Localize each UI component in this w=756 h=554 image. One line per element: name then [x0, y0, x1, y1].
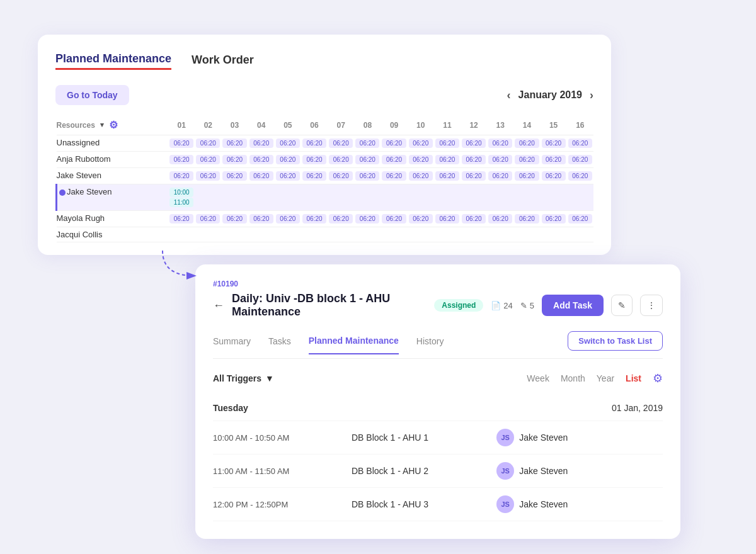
view-row: All Triggers ▼ Week Month Year List ⚙	[213, 371, 663, 385]
date-col-10: 10	[408, 115, 434, 135]
calendar-filter-icon[interactable]: ⚙	[109, 119, 118, 131]
resources-chevron-icon[interactable]: ▾	[100, 121, 104, 129]
assignee-cell-1: JS Jake Steven	[496, 429, 663, 446]
edit-count-icon: ✎	[520, 301, 527, 310]
tab-history[interactable]: History	[416, 336, 444, 354]
detail-card: #10190 ← Daily: Univ -DB block 1 - AHU M…	[195, 264, 680, 539]
resource-name: Jacqui Collis	[57, 227, 169, 242]
date-value: 01 Jan, 2019	[496, 395, 663, 421]
add-task-button[interactable]: Add Task	[542, 295, 604, 316]
date-col-16: 16	[567, 115, 593, 135]
table-row: Unassigned 06:20 06:20 06:20 06:20 06:20…	[57, 135, 594, 152]
task-name-2: DB Block 1 - AHU 2	[352, 455, 496, 488]
resource-name: Mayola Rugh	[57, 211, 169, 227]
detail-tabs: Summary Tasks Planned Maintenance Histor…	[213, 331, 663, 359]
date-col-03: 03	[221, 115, 248, 135]
main-card: Planned Maintenance Work Order Go to Tod…	[38, 35, 611, 255]
table-row: Anja Rubottom 06:20 06:20 06:20 06:20 06…	[57, 152, 594, 168]
resource-name: Anja Rubottom	[57, 152, 169, 168]
tab-tasks[interactable]: Tasks	[268, 336, 291, 354]
task-time-1: 10:00 AM - 10:50 AM	[213, 421, 352, 455]
selected-resource-row[interactable]: Jake Steven 10:00 11:00	[57, 184, 594, 211]
tab-work-order[interactable]: Work Order	[192, 54, 254, 69]
view-month[interactable]: Month	[561, 373, 585, 383]
date-col-11: 11	[434, 115, 461, 135]
doc-icon: 📄	[491, 301, 501, 310]
date-col-15: 15	[541, 115, 567, 135]
month-nav: ‹ January 2019 ›	[507, 89, 593, 102]
view-options: Week Month Year List ⚙	[527, 371, 663, 385]
task-title: Daily: Univ -DB block 1 - AHU Maintenanc…	[232, 292, 427, 319]
resource-name: Unassigned	[57, 135, 169, 152]
assignee-name-1: Jake Steven	[519, 432, 568, 443]
date-col-02: 02	[195, 115, 221, 135]
view-filter-icon[interactable]: ⚙	[653, 371, 663, 385]
maintenance-table: Tuesday 01 Jan, 2019 10:00 AM - 10:50 AM…	[213, 395, 663, 521]
date-col-07: 07	[328, 115, 354, 135]
calendar-header: Go to Today ‹ January 2019 ›	[55, 85, 593, 105]
selection-dot	[59, 189, 66, 196]
date-col-12: 12	[461, 115, 487, 135]
switch-to-task-list-button[interactable]: Switch to Task List	[568, 331, 663, 351]
date-col-14: 14	[513, 115, 540, 135]
view-list[interactable]: List	[626, 373, 641, 383]
table-row: Jacqui Collis	[57, 227, 594, 242]
table-row: Jake Steven 06:20 06:20 06:20 06:20 06:2…	[57, 168, 594, 184]
day-label: Tuesday	[213, 395, 352, 421]
task-time-2: 11:00 AM - 11:50 AM	[213, 455, 352, 488]
date-col-08: 08	[354, 115, 381, 135]
list-item[interactable]: 12:00 PM - 12:50PM DB Block 1 - AHU 3 JS…	[213, 488, 663, 521]
avatar-1: JS	[496, 429, 514, 446]
tab-planned-maintenance-detail[interactable]: Planned Maintenance	[309, 336, 399, 354]
task-id: #10190	[213, 280, 663, 288]
view-week[interactable]: Week	[527, 373, 549, 383]
next-month-button[interactable]: ›	[590, 89, 593, 102]
detail-title-row: ← Daily: Univ -DB block 1 - AHU Maintena…	[213, 292, 663, 319]
date-col-06: 06	[301, 115, 328, 135]
resource-name-selected: Jake Steven	[57, 184, 169, 211]
assignee-cell-2: JS Jake Steven	[496, 462, 663, 480]
tab-summary[interactable]: Summary	[213, 336, 251, 354]
current-month-label: January 2019	[518, 89, 582, 101]
task-count-badge: 📄 24	[491, 301, 512, 310]
assignee-name-3: Jake Steven	[519, 499, 568, 509]
resources-label: Resources	[57, 121, 95, 130]
task-time-3: 12:00 PM - 12:50PM	[213, 488, 352, 521]
day-header-row: Tuesday 01 Jan, 2019	[213, 395, 663, 421]
tab-planned-maintenance[interactable]: Planned Maintenance	[55, 52, 171, 70]
resources-column-header: Resources ▾ ⚙	[57, 115, 169, 135]
view-year[interactable]: Year	[597, 373, 614, 383]
go-today-button[interactable]: Go to Today	[55, 85, 129, 105]
main-tabs: Planned Maintenance Work Order	[55, 52, 593, 70]
all-triggers-label: All Triggers	[213, 373, 261, 383]
assignee-name-2: Jake Steven	[519, 466, 568, 476]
prev-month-button[interactable]: ‹	[507, 89, 511, 102]
back-button[interactable]: ←	[213, 299, 224, 312]
date-col-09: 09	[381, 115, 407, 135]
task-count-number: 24	[503, 301, 512, 310]
resource-name: Jake Steven	[57, 168, 169, 184]
edit-count-number: 5	[530, 301, 534, 310]
avatar-2: JS	[496, 462, 514, 480]
avatar-3: JS	[496, 495, 514, 513]
date-col-01: 01	[168, 115, 195, 135]
calendar-grid: Resources ▾ ⚙ 01 02 03 04 05 06 07 08 09…	[55, 115, 593, 242]
more-options-button[interactable]: ⋮	[640, 295, 663, 316]
list-item[interactable]: 11:00 AM - 11:50 AM DB Block 1 - AHU 2 J…	[213, 455, 663, 488]
date-col-04: 04	[248, 115, 275, 135]
date-col-05: 05	[275, 115, 301, 135]
triggers-chevron-icon: ▼	[265, 373, 274, 383]
assigned-badge: Assigned	[434, 299, 483, 312]
table-row: Mayola Rugh 06:20 06:20 06:20 06:20 06:2…	[57, 211, 594, 227]
all-triggers-button[interactable]: All Triggers ▼	[213, 373, 274, 383]
task-name-1: DB Block 1 - AHU 1	[352, 421, 496, 455]
list-item[interactable]: 10:00 AM - 10:50 AM DB Block 1 - AHU 1 J…	[213, 421, 663, 455]
edit-count-badge: ✎ 5	[520, 301, 534, 310]
task-name-3: DB Block 1 - AHU 3	[352, 488, 496, 521]
date-col-13: 13	[487, 115, 513, 135]
edit-button[interactable]: ✎	[611, 295, 633, 316]
assignee-cell-3: JS Jake Steven	[496, 495, 663, 513]
